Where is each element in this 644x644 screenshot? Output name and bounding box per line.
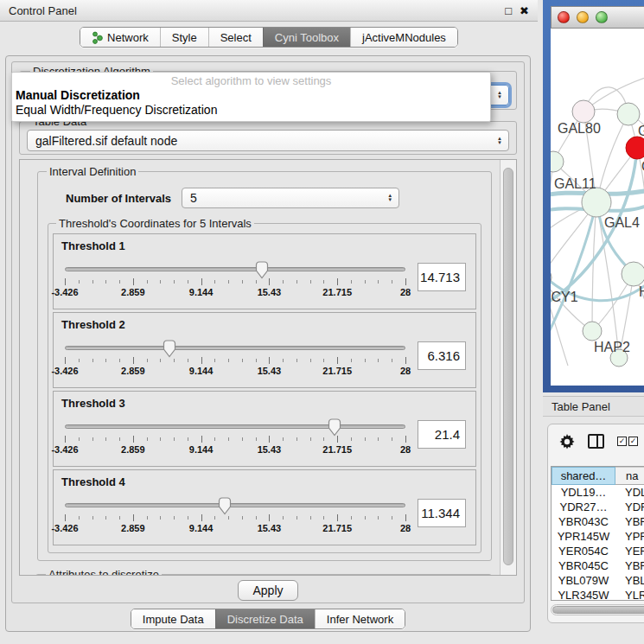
panel-scrollbar[interactable] bbox=[500, 160, 516, 575]
float-window-icon[interactable]: □ bbox=[505, 4, 512, 17]
table-row[interactable]: YBR045CYBR0 bbox=[552, 558, 644, 573]
slider-thumb[interactable] bbox=[162, 340, 177, 358]
tab-cyni-toolbox[interactable]: Cyni Toolbox bbox=[263, 28, 350, 47]
close-icon[interactable]: ✖ bbox=[520, 4, 529, 17]
tick-mark bbox=[337, 278, 338, 285]
number-of-intervals-combobox[interactable]: 5 ▲▼ bbox=[182, 188, 399, 208]
tick-mark bbox=[296, 359, 297, 362]
tick-mark bbox=[133, 357, 134, 364]
tick-mark bbox=[214, 359, 215, 362]
checkbox-icon: ✓ bbox=[628, 437, 638, 446]
threshold-value-field[interactable]: 11.344 bbox=[418, 499, 466, 527]
tick-mark bbox=[392, 516, 392, 520]
table-hscrollbar-thumb[interactable] bbox=[552, 606, 644, 614]
table-row[interactable]: YBR043CYBR0 bbox=[552, 514, 644, 529]
threshold-slider[interactable]: -3.4262.8599.14415.4321.71528 bbox=[63, 265, 407, 301]
network-canvas[interactable]: GAL80GACGAL11GAL4GCY1HHAP2 bbox=[551, 29, 644, 386]
network-node[interactable] bbox=[551, 267, 552, 288]
gear-icon[interactable] bbox=[559, 434, 575, 450]
slider-thumb[interactable] bbox=[327, 418, 342, 437]
tab-jactivemnodules[interactable]: jActiveMNodules bbox=[350, 28, 457, 47]
apply-button[interactable]: Apply bbox=[238, 580, 297, 601]
interval-definition-title: Interval Definition bbox=[47, 165, 138, 178]
network-node[interactable] bbox=[583, 322, 602, 341]
control-panel-window: Control Panel □ ✖ NetworkStyleSelectCyni… bbox=[0, 0, 538, 644]
tick-label: 21.715 bbox=[322, 366, 352, 376]
tick-mark bbox=[256, 437, 257, 441]
tab-label: Style bbox=[172, 31, 197, 44]
table-row[interactable]: YER054CYER0 bbox=[552, 544, 644, 558]
tick-label: 2.859 bbox=[121, 287, 145, 297]
threshold-value-field[interactable]: 6.316 bbox=[418, 341, 466, 370]
tick-mark bbox=[310, 437, 311, 441]
slider-thumb[interactable] bbox=[217, 497, 233, 515]
column-header-name[interactable]: na bbox=[615, 467, 644, 485]
network-view-window[interactable]: GAL80GACGAL11GAL4GCY1HHAP2 bbox=[543, 0, 644, 392]
slider-track[interactable] bbox=[65, 424, 405, 429]
threshold-value-field[interactable]: 14.713 bbox=[418, 263, 466, 291]
tick-mark bbox=[92, 280, 93, 284]
settings-scroll-panel: Interval Definition Number of Intervals … bbox=[19, 159, 517, 576]
number-of-intervals-value: 5 bbox=[190, 191, 197, 205]
tick-mark bbox=[351, 280, 352, 284]
popup-option-manual-discretization[interactable]: Manual Discretization bbox=[12, 88, 490, 103]
cell-shared-name: YDL19… bbox=[552, 486, 615, 499]
table-row[interactable]: YPR145WYPR1 bbox=[552, 529, 644, 544]
network-node[interactable] bbox=[622, 262, 644, 286]
table-row[interactable]: YBL079WYBL0 bbox=[552, 573, 644, 588]
table-data-combobox[interactable]: galFiltered.sif default node ▲▼ bbox=[27, 130, 509, 151]
column-header-shared-name[interactable]: shared… bbox=[552, 467, 615, 485]
network-node[interactable] bbox=[572, 100, 595, 123]
mac-minimize-icon[interactable] bbox=[577, 11, 589, 23]
tick-mark bbox=[160, 516, 161, 520]
network-node[interactable] bbox=[582, 188, 611, 217]
slider-track[interactable] bbox=[65, 346, 405, 350]
tab-infer-network[interactable]: Infer Network bbox=[315, 609, 405, 628]
tab-label: Select bbox=[220, 31, 252, 44]
slider-tick-labels: -3.4262.8599.14415.4321.71528 bbox=[65, 444, 405, 456]
tick-mark bbox=[365, 516, 366, 520]
table-horizontal-scrollbar[interactable] bbox=[551, 604, 644, 615]
threshold-slider[interactable]: -3.4262.8599.14415.4321.71528 bbox=[63, 422, 407, 458]
table-row[interactable]: YDL19…YDL1 bbox=[552, 485, 644, 500]
threshold-1-panel: Threshold 1-3.4262.8599.14415.4321.71528… bbox=[53, 233, 476, 309]
tick-mark bbox=[201, 514, 202, 521]
tick-mark bbox=[79, 516, 80, 520]
network-window-titlebar bbox=[551, 6, 644, 29]
threshold-value-field[interactable]: 21.4 bbox=[418, 420, 466, 449]
tick-mark bbox=[188, 280, 188, 284]
node-label: GA bbox=[638, 124, 644, 138]
tick-mark bbox=[105, 437, 106, 441]
tick-label: 9.144 bbox=[189, 366, 214, 376]
column-layout-icon[interactable] bbox=[588, 434, 604, 449]
tick-mark bbox=[392, 280, 392, 284]
tab-network[interactable]: Network bbox=[80, 28, 160, 47]
tab-select[interactable]: Select bbox=[208, 28, 263, 47]
mac-zoom-icon[interactable] bbox=[596, 11, 608, 23]
slider-track[interactable] bbox=[65, 503, 405, 507]
slider-track[interactable] bbox=[65, 267, 405, 271]
tick-mark bbox=[214, 437, 215, 441]
network-node[interactable] bbox=[626, 137, 644, 159]
tick-mark bbox=[405, 278, 406, 285]
tick-mark bbox=[65, 514, 66, 521]
popup-option-equal-width-frequency-discretization[interactable]: Equal Width/Frequency Discretization bbox=[12, 103, 490, 118]
tab-style[interactable]: Style bbox=[160, 28, 208, 47]
threshold-slider[interactable]: -3.4262.8599.14415.4321.71528 bbox=[63, 501, 407, 537]
select-columns-icon[interactable]: ✓ ✓ bbox=[617, 437, 638, 446]
tick-mark bbox=[65, 436, 66, 443]
table-row[interactable]: YLR345WYLR3 bbox=[552, 588, 644, 601]
tab-impute-data[interactable]: Impute Data bbox=[131, 609, 215, 628]
tab-discretize-data[interactable]: Discretize Data bbox=[215, 609, 315, 628]
network-node[interactable] bbox=[617, 103, 640, 125]
right-column: GAL80GACGAL11GAL4GCY1HHAP2 Table Panel ✓… bbox=[543, 0, 644, 644]
threshold-slider[interactable]: -3.4262.8599.14415.4321.71528 bbox=[63, 343, 407, 379]
node-attribute-table[interactable]: shared… na YDL19…YDL1YDR27…YDR2YBR043CYB… bbox=[551, 466, 644, 601]
screen: Control Panel □ ✖ NetworkStyleSelectCyni… bbox=[0, 0, 644, 644]
tick-label: 15.43 bbox=[258, 287, 282, 297]
mac-close-icon[interactable] bbox=[558, 11, 570, 23]
table-row[interactable]: YDR27…YDR2 bbox=[552, 500, 644, 514]
slider-thumb[interactable] bbox=[254, 261, 270, 279]
combo-arrows-icon: ▲▼ bbox=[497, 91, 502, 99]
panel-scrollbar-thumb[interactable] bbox=[503, 168, 513, 565]
